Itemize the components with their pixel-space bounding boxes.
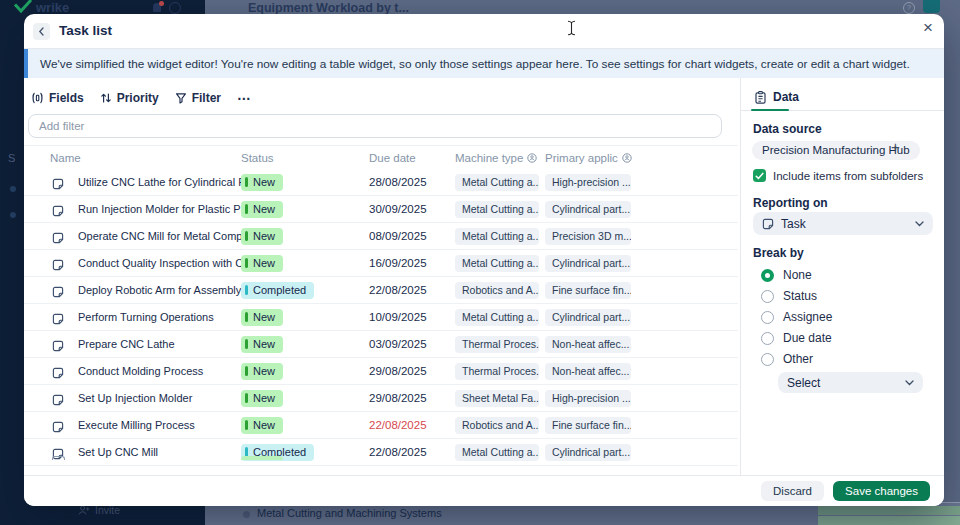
status-badge: New bbox=[241, 201, 283, 218]
sidebar-item-dot bbox=[10, 212, 16, 218]
add-source-button[interactable]: + bbox=[891, 138, 900, 155]
person-circle-icon bbox=[622, 153, 632, 163]
background-chart-bar bbox=[818, 516, 960, 525]
task-name: Deploy Robotic Arm for Assembly bbox=[78, 284, 241, 296]
tab-data[interactable]: Data bbox=[755, 90, 799, 104]
person-circle-icon bbox=[527, 153, 537, 163]
fields-button[interactable]: Fields bbox=[31, 91, 84, 105]
row-status-dot bbox=[243, 511, 250, 518]
due-date: 29/08/2025 bbox=[369, 392, 455, 404]
table-row[interactable]: Conduct Quality Inspection with CMMNew16… bbox=[24, 250, 738, 277]
status-badge: New bbox=[241, 390, 283, 407]
status-cell: New bbox=[241, 416, 369, 434]
chevron-left-icon bbox=[38, 27, 45, 36]
reporting-on-heading: Reporting on bbox=[753, 196, 828, 210]
add-filter-input[interactable] bbox=[28, 114, 722, 138]
break-by-option-status[interactable]: Status bbox=[761, 289, 817, 303]
table-row[interactable]: Run Injection Molder for Plastic PartsNe… bbox=[24, 196, 738, 223]
reporting-on-select[interactable]: Task bbox=[753, 212, 933, 235]
table-row[interactable]: Perform Turning OperationsNew10/09/2025M… bbox=[24, 304, 738, 331]
machine-type-chip: Metal Cutting a... bbox=[455, 255, 539, 272]
table-row[interactable]: Conduct Molding ProcessNew29/08/2025Ther… bbox=[24, 358, 738, 385]
break-by-option-assignee[interactable]: Assignee bbox=[761, 310, 832, 324]
primary-app-chip: Fine surface fin... bbox=[545, 417, 631, 434]
checkbox-icon[interactable] bbox=[753, 169, 766, 182]
task-icon bbox=[762, 218, 774, 230]
save-changes-button[interactable]: Save changes bbox=[833, 481, 930, 501]
status-badge: New bbox=[241, 228, 283, 245]
status-badge: New bbox=[241, 255, 283, 272]
status-badge: New bbox=[241, 336, 283, 353]
task-icon bbox=[52, 176, 64, 188]
status-cell: New bbox=[241, 308, 369, 326]
task-icon bbox=[52, 311, 64, 323]
status-cell: New bbox=[241, 173, 369, 191]
discard-button[interactable]: Discard bbox=[761, 481, 824, 501]
break-by-option-due-date[interactable]: Due date bbox=[761, 331, 832, 345]
status-cell: New bbox=[241, 227, 369, 245]
task-icon bbox=[52, 230, 64, 242]
table-body: Utilize CNC Lathe for Cylindrical PartsN… bbox=[24, 169, 738, 466]
table-row[interactable]: Utilize CNC Lathe for Cylindrical PartsN… bbox=[24, 169, 738, 196]
text-cursor-icon bbox=[567, 20, 576, 40]
break-by-option-none[interactable]: None bbox=[761, 268, 812, 282]
table-pane: Fields Priority Filter ⋯ Name Status Due… bbox=[24, 78, 740, 476]
sort-priority-button[interactable]: Priority bbox=[100, 91, 159, 105]
task-icon bbox=[52, 178, 64, 190]
status-badge: New bbox=[241, 174, 283, 191]
due-date: 30/09/2025 bbox=[369, 203, 455, 215]
partial-row bbox=[24, 455, 738, 460]
table-row[interactable]: Deploy Robotic Arm for AssemblyCompleted… bbox=[24, 277, 738, 304]
info-banner-text: We've simplified the widget editor! You'… bbox=[40, 57, 910, 71]
dashboard-title: Equipment Workload by t... bbox=[248, 1, 409, 15]
back-button[interactable] bbox=[33, 23, 50, 40]
due-date: 22/08/2025 bbox=[369, 284, 455, 296]
primary-app-chip: Cylindrical part... bbox=[545, 201, 631, 218]
sidebar-item-dot bbox=[10, 186, 16, 192]
task-name: Conduct Molding Process bbox=[78, 365, 241, 377]
machine-type-chip: Metal Cutting a... bbox=[455, 201, 539, 218]
filter-button[interactable]: Filter bbox=[175, 91, 221, 105]
more-options-button[interactable]: ⋯ bbox=[237, 90, 252, 106]
machine-type-chip: Sheet Metal Fa... bbox=[455, 390, 539, 407]
table-row[interactable]: Prepare CNC LatheNew03/09/2025Thermal Pr… bbox=[24, 331, 738, 358]
user-avatar bbox=[923, 0, 940, 13]
table-row[interactable]: Set Up CNC MillCompleted22/08/2025Metal … bbox=[24, 439, 738, 466]
break-by-heading: Break by bbox=[753, 246, 804, 260]
column-header-primary-application[interactable]: Primary applic bbox=[545, 152, 632, 164]
sort-arrows-icon bbox=[100, 92, 112, 104]
primary-app-chip: Cylindrical part... bbox=[545, 309, 631, 326]
status-cell: Completed bbox=[241, 281, 369, 299]
due-date: 16/09/2025 bbox=[369, 257, 455, 269]
task-icon bbox=[52, 338, 64, 350]
primary-app-chip: Non-heat affec... bbox=[545, 336, 631, 353]
task-name: Prepare CNC Lathe bbox=[78, 338, 241, 350]
radio-icon bbox=[761, 332, 774, 345]
column-header-due-date[interactable]: Due date bbox=[369, 152, 455, 164]
table-row[interactable]: Execute Milling ProcessNew22/08/2025Robo… bbox=[24, 412, 738, 439]
primary-app-chip: Cylindrical part... bbox=[545, 255, 631, 272]
task-icon bbox=[52, 284, 64, 296]
due-date: 22/08/2025 bbox=[369, 419, 455, 431]
task-icon bbox=[52, 340, 64, 352]
chevron-down-icon bbox=[915, 221, 924, 227]
task-icon bbox=[52, 203, 64, 215]
column-header-name[interactable]: Name bbox=[50, 152, 241, 164]
column-header-machine-type[interactable]: Machine type bbox=[455, 152, 545, 164]
close-icon[interactable]: × bbox=[923, 18, 933, 38]
primary-app-chip: High-precision ... bbox=[545, 174, 631, 191]
subfolders-checkbox-row[interactable]: Include items from subfolders bbox=[753, 169, 923, 182]
task-icon bbox=[52, 394, 64, 406]
table-toolbar: Fields Priority Filter ⋯ bbox=[31, 88, 252, 108]
status-badge: New bbox=[241, 417, 283, 434]
app-root: wrike S Invite Equipment Workload by t..… bbox=[0, 0, 960, 525]
panel-tabs: Data bbox=[741, 88, 944, 111]
table-row[interactable]: Set Up Injection MolderNew29/08/2025Shee… bbox=[24, 385, 738, 412]
background-row-label: Metal Cutting and Machining Systems bbox=[257, 507, 442, 519]
other-field-select[interactable]: Select bbox=[778, 372, 923, 393]
column-header-status[interactable]: Status bbox=[241, 152, 369, 164]
break-by-option-other[interactable]: Other bbox=[761, 352, 813, 366]
filter-funnel-icon bbox=[175, 92, 187, 104]
table-row[interactable]: Operate CNC Mill for Metal ComponentsNew… bbox=[24, 223, 738, 250]
primary-app-chip: High-precision ... bbox=[545, 390, 631, 407]
